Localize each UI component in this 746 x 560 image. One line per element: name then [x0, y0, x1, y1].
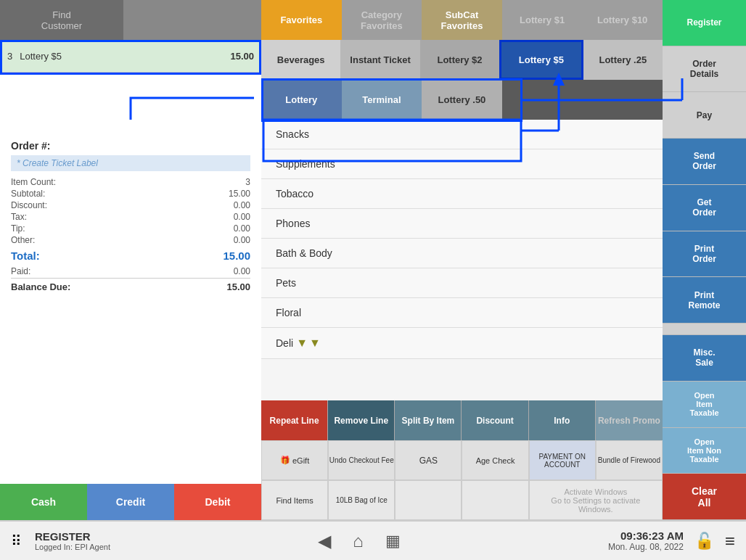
- tip-label: Tip:: [11, 223, 25, 234]
- item-count-label: Item Count:: [11, 177, 56, 187]
- line-price: 15.00: [230, 51, 254, 62]
- lottery10-button[interactable]: Lottery $10: [582, 0, 663, 40]
- action-bar-2: 🎁eGift Undo Checkout Fee GAS Age Check P…: [261, 440, 663, 480]
- cash-button[interactable]: Cash: [0, 484, 87, 520]
- bundle-firewood-button[interactable]: Bundle of Firewood: [596, 440, 663, 480]
- lottery1-button[interactable]: Lottery $1: [502, 0, 583, 40]
- empty-btn-2: [462, 480, 528, 520]
- gas-button[interactable]: GAS: [395, 440, 462, 480]
- line-qty: 3: [7, 51, 12, 62]
- pay-button[interactable]: Pay: [663, 92, 746, 139]
- discount-label: Discount:: [11, 200, 47, 210]
- category-pets[interactable]: Pets: [261, 268, 663, 298]
- paid-label: Paid:: [11, 266, 30, 276]
- category-tobacco[interactable]: Tobacco: [261, 179, 663, 209]
- balance-due-label: Balance Due:: [11, 281, 70, 292]
- register-button[interactable]: Register: [663, 0, 746, 46]
- lottery50-button[interactable]: Lottery .50: [422, 80, 502, 120]
- home-icon[interactable]: ⌂: [353, 531, 364, 551]
- total-row: Total: 15.00: [11, 250, 250, 262]
- bottom-bar: ⠿ REGISTER Logged In: EPI Agent ◀ ⌂ ▦ 09…: [0, 520, 746, 560]
- action-bar-3: Find Items 10LB Bag of Ice Activate Wind…: [261, 480, 663, 520]
- beverages-button[interactable]: Beverages: [261, 40, 340, 80]
- current-date: Mon. Aug. 08, 2022: [608, 542, 684, 552]
- misc-sale-button[interactable]: Misc. Sale: [663, 335, 746, 382]
- total-value: 15.00: [223, 250, 250, 262]
- tax-value: 0.00: [234, 212, 250, 222]
- age-check-button[interactable]: Age Check: [462, 440, 528, 480]
- payment-on-account-button[interactable]: PAYMENT ON ACCOUNT: [529, 440, 596, 480]
- lottery5-button[interactable]: Lottery $5: [499, 40, 583, 80]
- balance-due-value: 15.00: [226, 281, 250, 292]
- action-bar-1: Repeat Line Remove Line Split By Item Di…: [261, 400, 663, 440]
- info-button[interactable]: Info: [529, 400, 596, 440]
- item-count-value: 3: [245, 177, 250, 187]
- register-icon[interactable]: ▦: [385, 532, 401, 551]
- 10lb-bag-button[interactable]: 10LB Bag of Ice: [328, 480, 395, 520]
- repeat-line-button[interactable]: Repeat Line: [261, 400, 328, 440]
- tax-row: Tax: 0.00: [11, 212, 250, 222]
- menu-icon[interactable]: ≡: [725, 531, 735, 551]
- clear-all-button[interactable]: Clear All: [663, 474, 746, 520]
- other-label: Other:: [11, 235, 35, 245]
- category-row-3: Lottery Terminal Lottery .50: [261, 80, 663, 120]
- ticket-label[interactable]: * Create Ticket Label: [11, 155, 250, 171]
- find-items-button[interactable]: Find Items: [261, 480, 328, 520]
- category-phones[interactable]: Phones: [261, 209, 663, 239]
- undo-checkout-button[interactable]: Undo Checkout Fee: [328, 440, 395, 480]
- category-list: Snacks Supplements Tobacco Phones Bath &…: [261, 120, 663, 400]
- grid-menu-icon[interactable]: ⠿: [11, 532, 22, 550]
- split-by-item-button[interactable]: Split By Item: [395, 400, 462, 440]
- lottery25-button[interactable]: Lottery .25: [583, 40, 663, 80]
- print-order-button[interactable]: Print Order: [663, 231, 746, 278]
- tip-row: Tip: 0.00: [11, 223, 250, 234]
- balance-due-row: Balance Due: 15.00: [11, 278, 250, 292]
- send-order-button[interactable]: Send Order: [663, 139, 746, 185]
- find-customer-button[interactable]: Find Customer: [0, 0, 123, 40]
- other-value: 0.00: [234, 235, 250, 245]
- get-order-button[interactable]: Get Order: [663, 185, 746, 231]
- refresh-promo-button[interactable]: Refresh Promo: [596, 400, 663, 440]
- lottery-button[interactable]: Lottery: [261, 80, 342, 120]
- open-item-taxable-button[interactable]: Open Item Taxable: [663, 382, 746, 428]
- terminal-button[interactable]: Terminal: [342, 80, 422, 120]
- credit-button[interactable]: Credit: [87, 484, 174, 520]
- discount-button[interactable]: Discount: [462, 400, 528, 440]
- subtotal-label: Subtotal:: [11, 189, 45, 199]
- egift-button[interactable]: 🎁eGift: [261, 440, 328, 480]
- category-snacks[interactable]: Snacks: [261, 120, 663, 149]
- category-row-2: Beverages Instant Ticket Lottery $2 Lott…: [261, 40, 663, 80]
- order-details-button[interactable]: Order Details: [663, 46, 746, 93]
- lock-icon[interactable]: 🔓: [694, 532, 714, 551]
- other-row: Other: 0.00: [11, 235, 250, 245]
- paid-row: Paid: 0.00: [11, 263, 250, 276]
- category-row-1: Favorites Category Favorites SubCat Favo…: [261, 0, 663, 40]
- remove-line-button[interactable]: Remove Line: [328, 400, 395, 440]
- lottery2-button[interactable]: Lottery $2: [420, 40, 499, 80]
- subtotal-value: 15.00: [229, 189, 250, 199]
- discount-row: Discount: 0.00: [11, 200, 250, 210]
- empty-btn-1: [395, 480, 462, 520]
- subcat-favorites-button[interactable]: SubCat Favorites: [422, 0, 502, 40]
- category-floral[interactable]: Floral: [261, 298, 663, 328]
- item-count-row: Item Count: 3: [11, 177, 250, 187]
- open-item-non-taxable-button[interactable]: Open Item Non Taxable: [663, 428, 746, 474]
- print-remote-button[interactable]: Print Remote: [663, 277, 746, 324]
- blue-arrow-annotation: [7, 76, 254, 127]
- discount-value: 0.00: [234, 200, 250, 210]
- category-bath-body[interactable]: Bath & Body: [261, 239, 663, 268]
- logged-in-label: Logged In: EPI Agent: [35, 543, 110, 551]
- tip-value: 0.00: [234, 223, 250, 234]
- category-supplements[interactable]: Supplements: [261, 149, 663, 179]
- instant-ticket-button[interactable]: Instant Ticket: [340, 40, 419, 80]
- back-icon[interactable]: ◀: [318, 531, 331, 551]
- tax-label: Tax:: [11, 212, 27, 222]
- paid-value: 0.00: [234, 266, 250, 276]
- favorites-button[interactable]: Favorites: [261, 0, 342, 40]
- order-line-item[interactable]: 3 Lottery $5 15.00: [0, 40, 261, 73]
- category-favorites-button[interactable]: Category Favorites: [342, 0, 422, 40]
- order-number-label: Order #:: [11, 136, 250, 155]
- debit-button[interactable]: Debit: [174, 484, 261, 520]
- category-deli[interactable]: Deli ▼ ▼: [261, 328, 663, 359]
- total-label: Total:: [11, 250, 40, 262]
